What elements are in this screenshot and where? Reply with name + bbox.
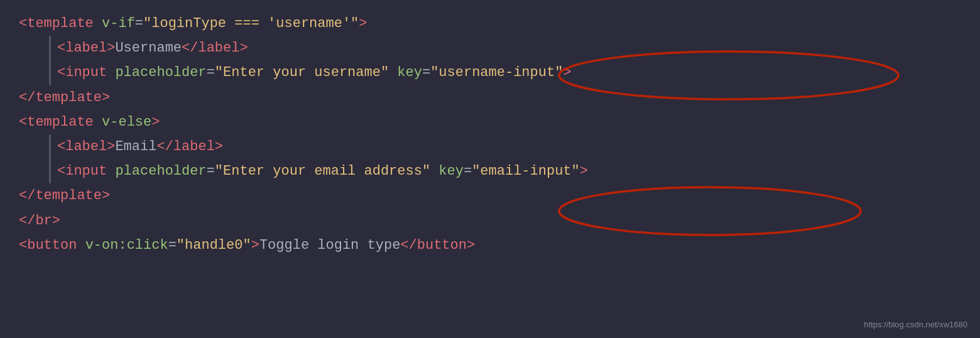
code-line-7: <input placeholder="Enter your email add… (49, 159, 961, 183)
code-line-1: <template v-if="loginType === 'username'… (19, 11, 961, 36)
code-token: > (563, 62, 571, 84)
code-line-9: </br> (19, 209, 961, 233)
code-token: = (422, 62, 430, 84)
code-block: <template v-if="loginType === 'username'… (0, 0, 980, 269)
code-token: template (35, 185, 102, 207)
code-token (389, 62, 397, 84)
code-token: > (251, 234, 259, 256)
code-token: > (107, 136, 115, 158)
code-token: < (19, 234, 27, 256)
code-token: "Enter your username" (215, 62, 389, 84)
code-line-5: <template v-else> (19, 110, 961, 134)
code-token: Toggle login type (259, 234, 400, 256)
code-token: label (65, 136, 107, 158)
code-token: </ (400, 234, 416, 256)
code-token: > (215, 136, 223, 158)
code-token: key (397, 62, 422, 84)
code-token (94, 111, 102, 133)
code-token: button (417, 234, 467, 256)
code-token: = (135, 13, 143, 35)
code-token: </ (19, 185, 35, 207)
code-token: > (467, 234, 475, 256)
code-token: > (239, 37, 248, 59)
code-token: br (35, 210, 52, 232)
code-token: template (27, 13, 94, 35)
code-token: < (57, 160, 65, 182)
code-token: </ (19, 87, 35, 109)
code-line-6: <label>Email</label> (49, 134, 961, 159)
code-line-2: <label>Username</label> (49, 36, 961, 60)
code-token: label (198, 37, 239, 59)
code-token: "username-input" (430, 62, 563, 84)
code-token: = (464, 160, 472, 182)
code-token: label (173, 136, 215, 158)
code-token: v-on:click (85, 234, 168, 256)
code-token: v-if (102, 13, 135, 35)
code-line-10: <button v-on:click="handle0">Toggle logi… (19, 233, 961, 258)
code-token: </ (182, 37, 198, 59)
code-token: "handle0" (177, 234, 251, 256)
code-line-3: <input placeholder="Enter your username"… (49, 60, 961, 85)
code-token: > (151, 111, 160, 133)
code-token: input (65, 62, 107, 84)
code-token: label (65, 37, 107, 59)
code-token: placeholder (115, 62, 206, 84)
code-token: "email-input" (472, 160, 580, 182)
code-token: = (207, 62, 215, 84)
code-token: < (57, 62, 65, 84)
code-token: < (19, 13, 27, 35)
watermark: https://blog.csdn.net/xw1680 (864, 319, 967, 332)
code-token: placeholder (115, 160, 206, 182)
code-token: </ (156, 136, 173, 158)
code-token (94, 13, 102, 35)
code-token: v-else (102, 111, 151, 133)
code-token (107, 160, 115, 182)
code-token: > (102, 185, 110, 207)
code-token: Username (115, 37, 182, 59)
code-token (77, 234, 85, 256)
code-token: template (35, 87, 102, 109)
code-token: > (359, 13, 367, 35)
code-line-4: </template> (19, 85, 961, 110)
code-token: input (65, 160, 107, 182)
code-token: > (52, 210, 60, 232)
code-token: = (168, 234, 177, 256)
code-token: > (102, 87, 110, 109)
code-token: "Enter your email address" (215, 160, 430, 182)
code-token: < (57, 37, 65, 59)
code-token: > (107, 37, 115, 59)
code-token: = (207, 160, 215, 182)
code-token: < (57, 136, 65, 158)
code-token (107, 62, 115, 84)
code-token: > (580, 160, 588, 182)
code-token (430, 160, 438, 182)
code-token: key (438, 160, 464, 182)
code-token: </ (19, 210, 35, 232)
code-token: button (27, 234, 77, 256)
code-token: template (27, 111, 94, 133)
code-token: "loginType === 'username'" (143, 13, 359, 35)
code-line-8: </template> (19, 183, 961, 208)
code-token: < (19, 111, 27, 133)
code-token: Email (115, 136, 156, 158)
